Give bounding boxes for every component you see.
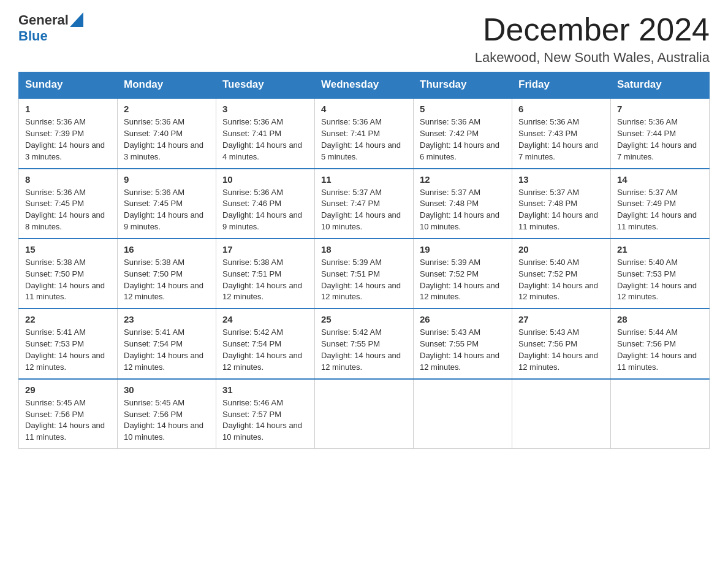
calendar-week-row: 15Sunrise: 5:38 AMSunset: 7:50 PMDayligh…	[19, 239, 710, 308]
location-subtitle: Lakewood, New South Wales, Australia	[475, 50, 710, 66]
day-info: Sunrise: 5:38 AMSunset: 7:50 PMDaylight:…	[124, 257, 210, 303]
calendar-week-row: 29Sunrise: 5:45 AMSunset: 7:56 PMDayligh…	[19, 379, 710, 449]
table-row: 11Sunrise: 5:37 AMSunset: 7:47 PMDayligh…	[315, 169, 414, 239]
day-info: Sunrise: 5:36 AMSunset: 7:42 PMDaylight:…	[420, 117, 506, 163]
day-info: Sunrise: 5:36 AMSunset: 7:45 PMDaylight:…	[124, 187, 210, 233]
title-section: December 2024 Lakewood, New South Wales,…	[475, 12, 710, 66]
col-friday: Friday	[512, 72, 611, 98]
table-row: 24Sunrise: 5:42 AMSunset: 7:54 PMDayligh…	[216, 308, 315, 378]
col-monday: Monday	[118, 72, 216, 98]
day-number: 8	[25, 174, 111, 185]
table-row: 12Sunrise: 5:37 AMSunset: 7:48 PMDayligh…	[414, 169, 512, 239]
day-info: Sunrise: 5:36 AMSunset: 7:41 PMDaylight:…	[321, 117, 407, 163]
day-info: Sunrise: 5:45 AMSunset: 7:56 PMDaylight:…	[25, 397, 111, 443]
day-number: 12	[420, 174, 506, 185]
day-info: Sunrise: 5:39 AMSunset: 7:51 PMDaylight:…	[321, 257, 407, 303]
day-info: Sunrise: 5:41 AMSunset: 7:54 PMDaylight:…	[124, 327, 210, 373]
day-info: Sunrise: 5:41 AMSunset: 7:53 PMDaylight:…	[25, 327, 111, 373]
day-number: 14	[617, 174, 703, 185]
day-info: Sunrise: 5:45 AMSunset: 7:56 PMDaylight:…	[124, 397, 210, 443]
table-row: 29Sunrise: 5:45 AMSunset: 7:56 PMDayligh…	[19, 379, 118, 449]
day-info: Sunrise: 5:36 AMSunset: 7:41 PMDaylight:…	[222, 117, 308, 163]
day-info: Sunrise: 5:42 AMSunset: 7:54 PMDaylight:…	[222, 327, 308, 373]
day-number: 22	[25, 314, 111, 324]
day-info: Sunrise: 5:37 AMSunset: 7:48 PMDaylight:…	[518, 187, 604, 233]
page-header: General Blue December 2024 Lakewood, New…	[18, 12, 710, 66]
month-title: December 2024	[475, 12, 710, 47]
day-info: Sunrise: 5:38 AMSunset: 7:51 PMDaylight:…	[222, 257, 308, 303]
table-row: 8Sunrise: 5:36 AMSunset: 7:45 PMDaylight…	[19, 169, 118, 239]
day-number: 29	[25, 385, 111, 395]
table-row: 28Sunrise: 5:44 AMSunset: 7:56 PMDayligh…	[611, 308, 710, 378]
table-row: 17Sunrise: 5:38 AMSunset: 7:51 PMDayligh…	[216, 239, 315, 308]
day-number: 31	[222, 385, 308, 395]
table-row: 16Sunrise: 5:38 AMSunset: 7:50 PMDayligh…	[118, 239, 216, 308]
day-info: Sunrise: 5:37 AMSunset: 7:47 PMDaylight:…	[321, 187, 407, 233]
logo: General Blue	[18, 12, 83, 44]
logo-triangle-icon	[70, 12, 83, 27]
day-number: 28	[617, 314, 703, 324]
day-number: 20	[518, 244, 604, 255]
day-info: Sunrise: 5:36 AMSunset: 7:40 PMDaylight:…	[124, 117, 210, 163]
day-number: 30	[124, 385, 210, 395]
table-row: 27Sunrise: 5:43 AMSunset: 7:56 PMDayligh…	[512, 308, 611, 378]
table-row: 15Sunrise: 5:38 AMSunset: 7:50 PMDayligh…	[19, 239, 118, 308]
day-number: 2	[124, 104, 210, 114]
col-thursday: Thursday	[414, 72, 512, 98]
day-number: 9	[124, 174, 210, 185]
table-row: 26Sunrise: 5:43 AMSunset: 7:55 PMDayligh…	[414, 308, 512, 378]
day-info: Sunrise: 5:39 AMSunset: 7:52 PMDaylight:…	[420, 257, 506, 303]
table-row: 1Sunrise: 5:36 AMSunset: 7:39 PMDaylight…	[19, 98, 118, 169]
table-row: 3Sunrise: 5:36 AMSunset: 7:41 PMDaylight…	[216, 98, 315, 169]
calendar-week-row: 8Sunrise: 5:36 AMSunset: 7:45 PMDaylight…	[19, 169, 710, 239]
table-row: 19Sunrise: 5:39 AMSunset: 7:52 PMDayligh…	[414, 239, 512, 308]
col-tuesday: Tuesday	[216, 72, 315, 98]
table-row: 25Sunrise: 5:42 AMSunset: 7:55 PMDayligh…	[315, 308, 414, 378]
day-number: 4	[321, 104, 407, 114]
svg-marker-0	[70, 12, 83, 27]
day-info: Sunrise: 5:44 AMSunset: 7:56 PMDaylight:…	[617, 327, 703, 373]
table-row	[315, 379, 414, 449]
day-number: 1	[25, 104, 111, 114]
table-row: 30Sunrise: 5:45 AMSunset: 7:56 PMDayligh…	[118, 379, 216, 449]
table-row: 4Sunrise: 5:36 AMSunset: 7:41 PMDaylight…	[315, 98, 414, 169]
day-number: 26	[420, 314, 506, 324]
calendar-week-row: 22Sunrise: 5:41 AMSunset: 7:53 PMDayligh…	[19, 308, 710, 378]
table-row: 18Sunrise: 5:39 AMSunset: 7:51 PMDayligh…	[315, 239, 414, 308]
day-number: 24	[222, 314, 308, 324]
day-info: Sunrise: 5:43 AMSunset: 7:56 PMDaylight:…	[518, 327, 604, 373]
table-row: 2Sunrise: 5:36 AMSunset: 7:40 PMDaylight…	[118, 98, 216, 169]
day-number: 18	[321, 244, 407, 255]
day-number: 19	[420, 244, 506, 255]
day-info: Sunrise: 5:36 AMSunset: 7:39 PMDaylight:…	[25, 117, 111, 163]
table-row	[414, 379, 512, 449]
table-row: 21Sunrise: 5:40 AMSunset: 7:53 PMDayligh…	[611, 239, 710, 308]
col-wednesday: Wednesday	[315, 72, 414, 98]
day-info: Sunrise: 5:37 AMSunset: 7:49 PMDaylight:…	[617, 187, 703, 233]
day-number: 17	[222, 244, 308, 255]
table-row: 31Sunrise: 5:46 AMSunset: 7:57 PMDayligh…	[216, 379, 315, 449]
day-info: Sunrise: 5:36 AMSunset: 7:44 PMDaylight:…	[617, 117, 703, 163]
day-number: 15	[25, 244, 111, 255]
day-number: 21	[617, 244, 703, 255]
col-sunday: Sunday	[19, 72, 118, 98]
day-info: Sunrise: 5:36 AMSunset: 7:45 PMDaylight:…	[25, 187, 111, 233]
table-row: 20Sunrise: 5:40 AMSunset: 7:52 PMDayligh…	[512, 239, 611, 308]
day-number: 11	[321, 174, 407, 185]
table-row: 9Sunrise: 5:36 AMSunset: 7:45 PMDaylight…	[118, 169, 216, 239]
table-row: 6Sunrise: 5:36 AMSunset: 7:43 PMDaylight…	[512, 98, 611, 169]
day-info: Sunrise: 5:46 AMSunset: 7:57 PMDaylight:…	[222, 397, 308, 443]
day-number: 25	[321, 314, 407, 324]
table-row: 14Sunrise: 5:37 AMSunset: 7:49 PMDayligh…	[611, 169, 710, 239]
day-number: 7	[617, 104, 703, 114]
logo-blue-text: Blue	[18, 28, 48, 44]
day-number: 10	[222, 174, 308, 185]
day-info: Sunrise: 5:42 AMSunset: 7:55 PMDaylight:…	[321, 327, 407, 373]
table-row	[512, 379, 611, 449]
day-info: Sunrise: 5:37 AMSunset: 7:48 PMDaylight:…	[420, 187, 506, 233]
day-info: Sunrise: 5:36 AMSunset: 7:43 PMDaylight:…	[518, 117, 604, 163]
day-number: 16	[124, 244, 210, 255]
col-saturday: Saturday	[611, 72, 710, 98]
day-number: 6	[518, 104, 604, 114]
table-row: 5Sunrise: 5:36 AMSunset: 7:42 PMDaylight…	[414, 98, 512, 169]
